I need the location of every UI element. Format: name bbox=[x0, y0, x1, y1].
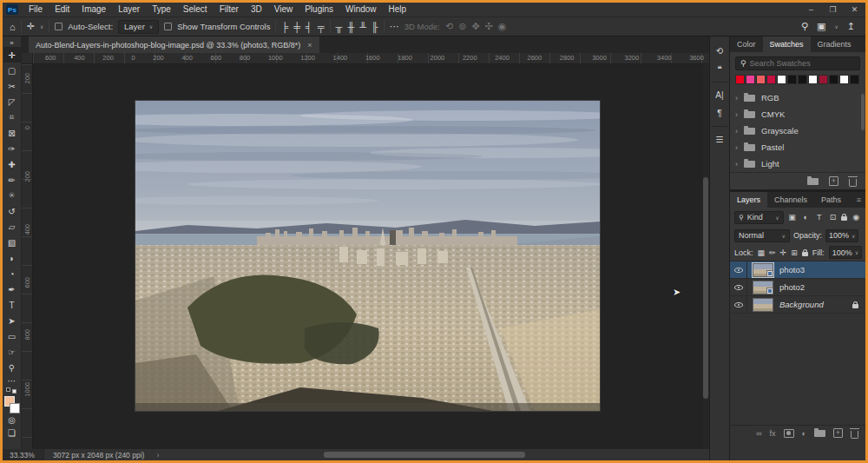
canvas[interactable] bbox=[135, 100, 601, 412]
swatch[interactable] bbox=[777, 75, 786, 84]
brush-tool[interactable]: ✏ bbox=[3, 172, 21, 188]
vertical-scrollbar-thumb[interactable] bbox=[703, 177, 708, 399]
filter-smart-objects-icon[interactable] bbox=[841, 216, 847, 221]
auto-select-dropdown[interactable]: Layer ∨ bbox=[118, 20, 159, 34]
chevron-down-icon[interactable]: ∨ bbox=[40, 23, 43, 30]
minimize-button[interactable]: – bbox=[800, 3, 822, 17]
swatch[interactable] bbox=[787, 75, 797, 84]
default-colors-icon[interactable] bbox=[6, 387, 18, 394]
history-brush-tool[interactable]: ↺ bbox=[3, 203, 21, 219]
align-top-icon[interactable]: ╤ bbox=[318, 22, 325, 32]
layer-thumbnail[interactable] bbox=[753, 263, 773, 277]
restore-button[interactable]: ❐ bbox=[822, 3, 844, 17]
pen-tool[interactable]: ✒ bbox=[3, 281, 21, 297]
edit-toolbar-button[interactable]: ⋯ bbox=[3, 375, 21, 386]
menu-edit[interactable]: Edit bbox=[49, 3, 76, 17]
tab-color[interactable]: Color bbox=[730, 36, 763, 52]
layer-name[interactable]: Background bbox=[779, 300, 852, 309]
type-tool[interactable]: T bbox=[3, 297, 21, 313]
marquee-tool[interactable]: ▢ bbox=[3, 63, 21, 78]
swatch[interactable] bbox=[850, 75, 859, 84]
properties-panel-icon[interactable]: ☰ bbox=[710, 130, 729, 149]
menu-file[interactable]: File bbox=[23, 3, 49, 17]
filter-adjustment-layers-icon[interactable]: ◐ bbox=[800, 213, 811, 222]
kind-filter-dropdown[interactable]: ⚲ Kind ∨ bbox=[734, 211, 784, 224]
new-layer-icon[interactable]: + bbox=[833, 428, 843, 438]
quick-mask-button[interactable]: ◎ bbox=[3, 413, 21, 427]
menu-layer[interactable]: Layer bbox=[112, 3, 146, 17]
collapse-toolbar-icon[interactable]: » bbox=[3, 38, 21, 47]
menu-3d[interactable]: 3D bbox=[245, 3, 268, 17]
layer-row-background[interactable]: Background bbox=[730, 296, 865, 314]
search-icon[interactable]: ⚲ bbox=[801, 21, 808, 32]
horizontal-scrollbar-thumb[interactable] bbox=[324, 452, 525, 458]
new-group-icon[interactable] bbox=[807, 178, 819, 185]
blend-mode-dropdown[interactable]: Normal ∨ bbox=[734, 229, 790, 242]
opacity-input[interactable]: 100% ∨ bbox=[825, 229, 858, 242]
history-panel-icon[interactable]: ⟲ bbox=[710, 42, 729, 60]
swatch[interactable] bbox=[819, 75, 828, 84]
filter-toggle-icon[interactable]: ◉ bbox=[851, 213, 861, 222]
status-arrow-icon[interactable]: › bbox=[156, 451, 159, 460]
eraser-tool[interactable]: ▱ bbox=[3, 219, 21, 235]
chevron-down-icon[interactable]: ∨ bbox=[834, 23, 838, 30]
distribute-icon-4[interactable]: ╟ bbox=[372, 22, 378, 32]
tab-layers[interactable]: Layers bbox=[730, 192, 767, 208]
swatch[interactable] bbox=[735, 75, 745, 84]
tab-patterns[interactable]: Patterns bbox=[858, 36, 868, 52]
rectangle-tool[interactable]: ▭ bbox=[3, 328, 21, 344]
distribute-icon-1[interactable]: ╥ bbox=[336, 22, 343, 32]
distribute-icon-3[interactable]: ╨ bbox=[359, 22, 366, 32]
layer-name[interactable]: photo3 bbox=[779, 265, 865, 274]
close-button[interactable]: ✕ bbox=[844, 3, 865, 17]
new-swatch-icon[interactable]: + bbox=[829, 176, 838, 186]
swatch[interactable] bbox=[756, 75, 766, 84]
layer-effects-icon[interactable]: fx bbox=[770, 429, 776, 438]
blur-tool[interactable]: ◗ bbox=[3, 250, 21, 266]
menu-image[interactable]: Image bbox=[76, 3, 112, 17]
zoom-level[interactable]: 33.33% bbox=[3, 449, 44, 460]
filter-pixel-layers-icon[interactable]: ▣ bbox=[787, 213, 798, 222]
filter-shape-layers-icon[interactable]: ⊡ bbox=[828, 213, 838, 222]
delete-swatch-icon[interactable] bbox=[849, 179, 857, 187]
tab-paths[interactable]: Paths bbox=[814, 192, 848, 208]
align-right-icon[interactable]: ╡ bbox=[306, 22, 312, 32]
filter-type-layers-icon[interactable]: T bbox=[814, 213, 825, 222]
move-tool[interactable]: ✛ bbox=[3, 47, 21, 63]
lock-all-icon[interactable] bbox=[802, 252, 808, 256]
vertical-scrollbar-track[interactable] bbox=[702, 64, 709, 449]
lock-icon[interactable] bbox=[852, 304, 858, 308]
swatch[interactable] bbox=[766, 75, 776, 84]
eyedropper-tool[interactable]: ✑ bbox=[3, 141, 21, 156]
swatch-group-light[interactable]: › Light bbox=[735, 155, 860, 172]
home-icon[interactable]: ⌂ bbox=[10, 22, 16, 32]
swatch-group-grayscale[interactable]: › Grayscale bbox=[735, 122, 860, 139]
hand-tool[interactable]: ☞ bbox=[3, 344, 21, 360]
fill-input[interactable]: 100% ∨ bbox=[829, 246, 862, 259]
clone-stamp-tool[interactable]: ⍟ bbox=[3, 188, 21, 203]
lock-position-icon[interactable]: ✛ bbox=[780, 248, 787, 257]
new-group-icon[interactable] bbox=[814, 430, 825, 437]
close-tab-icon[interactable]: × bbox=[307, 41, 312, 50]
menu-view[interactable]: View bbox=[268, 3, 299, 17]
swatch-group-cmyk[interactable]: › CMYK bbox=[735, 106, 860, 122]
auto-select-checkbox[interactable] bbox=[55, 23, 62, 30]
lock-pixels-icon[interactable]: ✏ bbox=[769, 248, 776, 257]
swatch[interactable] bbox=[798, 75, 807, 84]
crop-tool[interactable]: ⌗ bbox=[3, 109, 21, 125]
background-color-swatch[interactable] bbox=[10, 403, 20, 413]
visibility-toggle[interactable] bbox=[730, 279, 747, 295]
swatch-group-rgb[interactable]: › RGB bbox=[735, 89, 860, 106]
layer-row-photo3[interactable]: photo3 bbox=[730, 261, 865, 279]
layer-thumbnail[interactable] bbox=[753, 298, 773, 312]
menu-select[interactable]: Select bbox=[177, 3, 214, 17]
delete-layer-icon[interactable] bbox=[851, 431, 858, 439]
layer-thumbnail[interactable] bbox=[753, 281, 773, 294]
document-tab[interactable]: Auto-Blend-Layers-in-photoshop-blog-imag… bbox=[29, 36, 319, 53]
panel-menu-icon[interactable]: ≡ bbox=[857, 192, 865, 208]
swatches-search-input[interactable] bbox=[750, 59, 845, 68]
swatches-scrollbar[interactable] bbox=[861, 94, 865, 130]
share-icon[interactable]: ↥ bbox=[847, 21, 855, 32]
show-transform-checkbox[interactable] bbox=[164, 23, 172, 30]
add-layer-mask-icon[interactable] bbox=[784, 429, 794, 438]
